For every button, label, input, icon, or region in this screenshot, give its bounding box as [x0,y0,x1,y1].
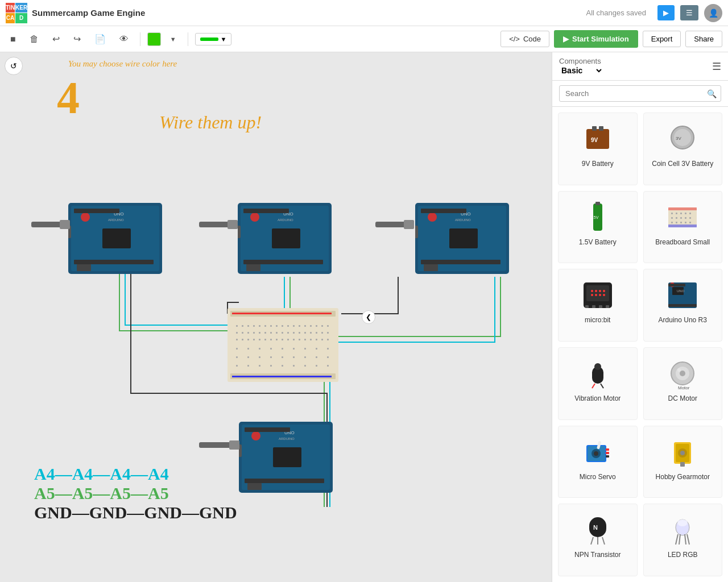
component-npn-transistor[interactable]: N NPN Transistor [558,504,638,576]
svg-rect-9 [74,209,119,213]
svg-rect-36 [404,220,414,229]
svg-text:1.5V: 1.5V [590,215,599,219]
pin-labels: A4—A4—A4—A4 A5—A5—A5—A5 GND—GND—GND—GND [34,464,237,522]
component-1-5v-battery[interactable]: 1.5V 1.5V Battery [558,191,638,264]
led-rgb-label: LED RGB [668,551,698,559]
svg-rect-81 [264,339,266,340]
breadboard-small-icon [663,196,702,236]
arduino-board-4[interactable]: UNO ARDUINO [239,422,333,493]
svg-rect-41 [232,376,332,377]
svg-rect-105 [270,356,272,358]
arduino-board-3[interactable]: UNO ARDUINO [415,203,509,274]
svg-rect-66 [276,332,278,334]
user-avatar[interactable]: 👤 [704,4,722,22]
sidebar-list-view-button[interactable]: ☰ [712,60,721,73]
code-button[interactable]: </> Code [500,31,549,47]
breadboard[interactable] [228,308,338,382]
component-vibration-motor[interactable]: Vibration Motor [558,347,638,420]
redo-button[interactable]: ↪ [69,30,85,48]
component-dc-motor[interactable]: Motor DC Motor [643,347,723,420]
delete-button[interactable]: 🗑 [25,31,43,48]
svg-rect-23 [199,222,230,227]
notes-button[interactable]: 📄 [90,30,110,48]
svg-point-187 [677,368,681,372]
svg-rect-32 [421,260,500,264]
component-hobby-gearmotor[interactable]: Hobby Gearmotor [643,426,723,498]
micro-servo-label: Micro Servo [580,473,616,481]
pin-gnd-label: GND—GND—GND—GND [34,503,237,522]
dc-motor-label: DC Motor [668,394,697,402]
undo-button[interactable]: ↩ [48,30,64,48]
svg-text:9V: 9V [591,137,598,143]
svg-rect-77 [242,339,243,340]
svg-rect-28 [449,228,478,248]
svg-rect-118 [316,365,317,367]
svg-rect-44 [247,325,249,327]
svg-rect-93 [236,348,238,350]
svg-rect-70 [299,332,300,334]
svg-rect-89 [310,339,312,340]
1-5v-battery-label: 1.5V Battery [579,238,617,246]
component-microbit[interactable]: micro:bit [558,269,638,342]
arduino-board-2[interactable]: UNO ARDUINO [238,203,332,274]
collapse-sidebar-button[interactable]: ❮ [362,310,375,324]
hobby-gearmotor-icon [663,431,702,471]
svg-rect-109 [316,356,317,358]
svg-rect-8 [74,260,154,264]
video-button[interactable]: ▶ [657,5,675,20]
svg-rect-107 [293,356,295,358]
npn-transistor-icon: N [578,509,618,548]
shape-tool-button[interactable]: ■ [6,31,20,48]
component-breadboard-small[interactable]: Breadboard Small [643,191,723,264]
category-selector[interactable]: Basic All Starters Displays Control Sens… [559,65,603,76]
svg-rect-72 [310,332,312,334]
svg-rect-110 [327,356,329,358]
svg-rect-133 [592,126,597,131]
search-icon: 🔍 [707,89,717,98]
component-led-rgb[interactable]: LED RGB [643,504,723,576]
svg-rect-149 [689,213,691,214]
svg-text:Motor: Motor [678,385,690,389]
svg-rect-115 [282,365,283,367]
svg-rect-106 [282,356,283,358]
9v-battery-label: 9V Battery [582,160,614,168]
breadboard-small-label: Breadboard Small [655,238,710,246]
9v-battery-icon: 9V [578,118,618,157]
svg-point-168 [599,294,601,296]
fill-color-dropdown[interactable]: ▼ [166,32,181,46]
svg-rect-56 [316,325,317,327]
sim-btn-label: Start Simulation [572,35,629,43]
svg-point-5 [81,213,90,222]
svg-rect-4 [102,228,131,248]
circuit-canvas[interactable]: ↺ 4 You may choose wire color here Wire … [0,52,552,582]
svg-rect-73 [316,332,317,334]
svg-rect-76 [236,339,238,340]
start-simulation-button[interactable]: ▶ Start Simulation [554,30,638,48]
doc-button[interactable]: ☰ [680,5,698,20]
search-input[interactable] [559,85,721,102]
coin-cell-icon: 3V [663,118,702,157]
component-micro-servo[interactable]: Micro Servo [558,426,638,498]
usb-cable-2 [199,217,239,231]
svg-point-166 [591,294,593,296]
fill-color-swatch[interactable] [147,32,161,46]
pin-a4-label: A4—A4—A4—A4 [34,464,237,484]
svg-rect-27 [415,226,418,238]
svg-rect-47 [264,325,266,327]
vibration-motor-icon [578,352,618,392]
arduino-board-1[interactable]: UNO ARDUINO [68,203,162,274]
svg-rect-22 [246,264,260,271]
component-arduino-uno[interactable]: UNO Arduino Uno R3 [643,269,723,342]
share-button[interactable]: Share [685,31,722,47]
eye-button[interactable]: 👁 [115,31,133,48]
svg-rect-134 [599,126,603,131]
export-button[interactable]: Export [643,31,681,47]
wire-color-preview [200,38,218,41]
svg-rect-112 [247,365,249,367]
component-9v-battery[interactable]: 9V 9V Battery [558,113,638,185]
wire-color-selector[interactable]: ▼ [195,33,232,45]
svg-rect-195 [606,452,609,454]
component-coin-cell[interactable]: 3V Coin Cell 3V Battery [643,113,723,185]
svg-rect-82 [270,339,272,340]
toolbar: ■ 🗑 ↩ ↪ 📄 👁 ▼ ▼ </> Code ▶ Start Simulat… [0,26,728,52]
